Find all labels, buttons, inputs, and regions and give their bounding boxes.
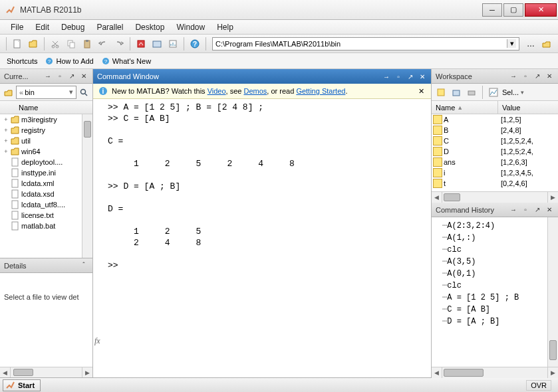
menu-file[interactable]: File <box>5 21 29 33</box>
simulink-button[interactable] <box>134 37 148 51</box>
history-item[interactable]: ⋯D = [A ; B] <box>442 316 558 328</box>
copy-button[interactable] <box>64 37 78 51</box>
panel-max-icon[interactable]: ↗ <box>67 72 76 81</box>
folder-crumb-box[interactable]: « bin ▾ <box>16 86 76 99</box>
print-button[interactable] <box>465 86 478 99</box>
new-variable-button[interactable] <box>434 86 448 99</box>
minimize-button[interactable]: ─ <box>482 3 502 17</box>
workspace-row[interactable]: t[0,2,4,6] <box>432 178 558 189</box>
command-window-body[interactable]: fx>> A = [1 2 5] ; B = [2 4 8] ; >> C = … <box>93 99 431 377</box>
history-item[interactable]: ⋯A(0,1) <box>442 268 558 280</box>
menu-debug[interactable]: Debug <box>56 21 90 33</box>
panel-max-icon[interactable]: ↗ <box>533 72 542 81</box>
history-item[interactable]: ⋯A = [1 2 5] ; B <box>442 292 558 304</box>
panel-close-icon[interactable]: ✕ <box>545 72 554 81</box>
file-row[interactable]: matlab.bat <box>0 221 92 231</box>
scrollbar-thumb[interactable] <box>84 121 91 138</box>
menu-edit[interactable]: Edit <box>30 21 55 33</box>
workspace-row[interactable]: B[2,4,8] <box>432 125 558 136</box>
scrollbar-thumb[interactable] <box>444 193 460 201</box>
search-button[interactable] <box>78 86 90 98</box>
hint-getting-started-link[interactable]: Getting Started <box>296 87 345 95</box>
file-row[interactable]: lcdata.xml <box>0 178 92 189</box>
vertical-scrollbar[interactable] <box>82 114 92 258</box>
workspace-row[interactable]: D[1,2,5;2,4, <box>432 146 558 157</box>
parent-folder-button[interactable] <box>539 37 554 51</box>
expand-icon[interactable]: + <box>3 148 9 155</box>
help-button[interactable]: ? <box>188 37 202 51</box>
history-item[interactable]: ⋯A(2:3,2:4) <box>442 220 558 232</box>
file-row[interactable]: +util <box>0 136 92 146</box>
file-row[interactable]: +registry <box>0 125 92 136</box>
paste-button[interactable] <box>80 37 94 51</box>
shortcut-whats-new[interactable]: ? What's New <box>102 57 151 65</box>
hint-video-link[interactable]: Video <box>208 87 226 95</box>
horizontal-scrollbar[interactable]: ◀▶ <box>432 367 558 377</box>
guide-button[interactable] <box>150 37 164 51</box>
workspace-scrollbar[interactable]: ◀▶ <box>432 191 558 202</box>
file-row[interactable]: +win64 <box>0 146 92 157</box>
panel-max-icon[interactable]: ↗ <box>533 205 542 215</box>
menu-parallel[interactable]: Parallel <box>91 21 128 33</box>
panel-dock-icon[interactable]: → <box>509 205 518 215</box>
hint-close-button[interactable]: ✕ <box>416 87 426 96</box>
expand-icon[interactable]: + <box>3 138 9 144</box>
profiler-button[interactable] <box>166 37 180 51</box>
crumb-left-icon[interactable]: « <box>19 88 23 96</box>
scroll-left-icon[interactable]: ◀ <box>0 367 11 377</box>
panel-min-icon[interactable]: ▫ <box>55 72 65 81</box>
plot-select-label[interactable]: Sel... <box>502 88 519 96</box>
cut-button[interactable] <box>48 37 63 51</box>
panel-close-icon[interactable]: ✕ <box>79 72 88 81</box>
plot-dropdown-icon[interactable]: ▾ <box>521 89 524 96</box>
history-item[interactable]: ⋯clc <box>442 244 558 256</box>
workspace-row[interactable]: A[1,2,5] <box>432 114 558 125</box>
history-item[interactable]: ⋯clc <box>442 280 558 292</box>
path-dropdown-icon[interactable]: ▾ <box>507 39 516 48</box>
panel-dock-icon[interactable]: → <box>509 72 518 81</box>
panel-close-icon[interactable]: ✕ <box>545 205 554 215</box>
currentfolder-pathbox[interactable]: C:\Program Files\MATLAB\R2011b\bin ▾ <box>212 37 519 50</box>
open-file-button[interactable] <box>26 37 41 51</box>
horizontal-scrollbar[interactable]: ◀ ▶ <box>0 367 92 377</box>
undo-button[interactable] <box>96 37 110 51</box>
history-item[interactable]: ⋯A(1,:) <box>442 232 558 244</box>
redo-button[interactable] <box>112 37 126 51</box>
shortcut-howto-add[interactable]: ? How to Add <box>45 57 93 65</box>
close-button[interactable]: ✕ <box>525 3 557 17</box>
scroll-right-icon[interactable]: ▶ <box>547 192 558 203</box>
file-row[interactable]: +m3iregistry <box>0 114 92 125</box>
panel-min-icon[interactable]: ▫ <box>394 72 403 81</box>
panel-min-icon[interactable]: ▫ <box>521 205 530 215</box>
file-row[interactable]: deploytool.... <box>0 157 92 167</box>
menu-window[interactable]: Window <box>171 21 210 33</box>
scrollbar-thumb[interactable] <box>549 340 557 360</box>
scroll-right-icon[interactable]: ▶ <box>82 367 92 377</box>
scroll-right-icon[interactable]: ▶ <box>547 367 558 378</box>
fx-icon[interactable]: fx <box>94 336 100 347</box>
new-file-button[interactable] <box>10 37 25 51</box>
panel-dock-icon[interactable]: → <box>382 72 391 81</box>
scroll-left-icon[interactable]: ◀ <box>432 367 442 378</box>
expand-icon[interactable]: + <box>3 127 9 134</box>
file-row[interactable]: license.txt <box>0 210 92 221</box>
currentfolder-header[interactable]: Name <box>0 101 92 114</box>
crumb-dropdown-icon[interactable]: ▾ <box>69 88 73 96</box>
expand-icon[interactable]: + <box>3 116 9 123</box>
workspace-row[interactable]: C[1,2,5,2,4, <box>432 136 558 146</box>
file-row[interactable]: insttype.ini <box>0 167 92 178</box>
menu-desktop[interactable]: Desktop <box>130 21 170 33</box>
scrollbar-thumb[interactable] <box>444 369 484 377</box>
history-item[interactable]: ⋯C = [A B] <box>442 304 558 316</box>
panel-close-icon[interactable]: ✕ <box>418 72 427 81</box>
workspace-row[interactable]: ans[1,2,6,3] <box>432 157 558 167</box>
workspace-header-value[interactable]: Value <box>498 101 558 114</box>
workspace-row[interactable]: i[1,2,3,4,5, <box>432 167 558 178</box>
start-button[interactable]: Start <box>3 379 41 391</box>
plot-button[interactable] <box>487 86 500 99</box>
scrollbar-thumb[interactable] <box>13 369 33 376</box>
command-history-body[interactable]: ⋯A(2:3,2:4)⋯A(1,:)⋯clc⋯A(3,5)⋯A(0,1)⋯clc… <box>432 217 558 367</box>
folder-up-button[interactable] <box>3 86 15 98</box>
file-row[interactable]: lcdata.xsd <box>0 189 92 199</box>
panel-dock-icon[interactable]: → <box>43 72 53 81</box>
